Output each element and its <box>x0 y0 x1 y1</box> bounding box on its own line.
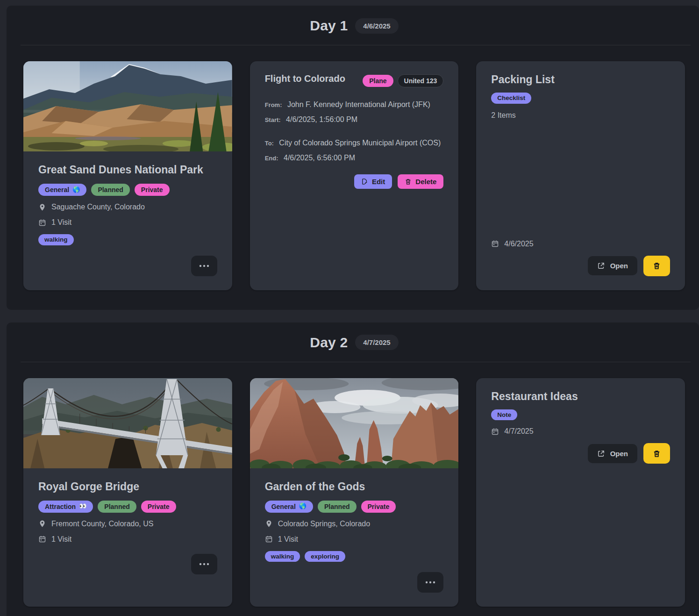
place-card-body: Great Sand Dunes National Park General🌎 … <box>23 151 232 290</box>
location-text: Colorado Springs, Colorado <box>278 520 370 528</box>
note-card-body: Restaurant Ideas Note 4/7/2025 <box>476 378 685 607</box>
day-2-cards: Royal Gorge Bridge Attraction👀 Planned P… <box>23 378 685 607</box>
from-label: From: <box>265 101 282 108</box>
location-text: Fremont County, Colorado, US <box>51 520 153 528</box>
sand-dunes-photo-art <box>23 61 232 151</box>
location-row: Saguache County, Colorado <box>38 203 217 211</box>
edit-document-icon <box>361 178 368 185</box>
start-value: 4/6/2025, 1:56:00 PM <box>286 115 357 123</box>
flight-head: Flight to Colorado Plane United 123 <box>265 73 444 87</box>
open-button[interactable]: Open <box>588 444 637 463</box>
delete-button[interactable]: Delete <box>398 174 443 189</box>
place-tags: Attraction👀 Planned Private <box>38 501 217 513</box>
checklist-date-row: 4/6/2025 <box>491 240 670 248</box>
flight-end-row: End: 4/6/2025, 6:56:00 PM <box>265 154 444 162</box>
place-tags: General🌎 Planned Private <box>38 184 217 196</box>
external-link-icon <box>597 450 605 458</box>
flight-card: Flight to Colorado Plane United 123 From… <box>250 61 459 290</box>
checklist-card-body: Packing List Checklist 2 Items 4/6/2025 <box>476 61 685 290</box>
checklist-title: Packing List <box>491 73 670 86</box>
tag-private: Private <box>135 184 170 196</box>
visits-text: 1 Visit <box>278 535 298 544</box>
end-label: End: <box>265 155 278 162</box>
royal-gorge-photo <box>23 378 232 468</box>
flight-card-body: Flight to Colorado Plane United 123 From… <box>250 61 459 290</box>
ellipsis-icon <box>425 581 435 584</box>
location-pin-icon <box>38 203 46 211</box>
activity-tag-exploring: exploring <box>305 551 345 562</box>
flight-to-row: To: City of Colorado Springs Municipal A… <box>265 139 444 147</box>
note-title: Restaurant Ideas <box>491 390 670 403</box>
activity-tag-walking: walking <box>265 551 300 562</box>
tag-planned: Planned <box>98 501 136 513</box>
trash-icon <box>653 262 661 270</box>
calendar-icon <box>265 535 273 543</box>
more-options-button[interactable] <box>191 256 217 276</box>
note-date-row: 4/7/2025 <box>491 427 670 436</box>
location-pin-icon <box>265 520 273 528</box>
globe-emoji-icon: 🌎 <box>299 503 307 510</box>
day-title: Day 1 <box>310 18 348 34</box>
calendar-icon <box>38 219 46 227</box>
end-value: 4/6/2025, 6:56:00 PM <box>284 154 355 162</box>
day-1-header: Day 1 4/6/2025 <box>23 14 685 34</box>
open-button[interactable]: Open <box>588 256 637 275</box>
note-type-tag: Note <box>491 409 517 421</box>
visits-text: 1 Visit <box>51 218 71 227</box>
start-label: Start: <box>265 116 281 123</box>
place-card-great-sand-dunes: Great Sand Dunes National Park General🌎 … <box>23 61 232 290</box>
to-value: City of Colorado Springs Municipal Airpo… <box>279 139 441 147</box>
flight-actions: Edit Delete <box>265 174 444 189</box>
flight-start-row: Start: 4/6/2025, 1:56:00 PM <box>265 115 444 124</box>
edit-button[interactable]: Edit <box>354 174 392 189</box>
itinerary-page: Day 1 4/6/2025 <box>0 0 699 616</box>
flight-pills: Plane United 123 <box>363 74 443 87</box>
visits-row: 1 Visit <box>38 535 217 544</box>
checklist-type-tag: Checklist <box>491 93 531 104</box>
sand-dunes-photo <box>23 61 232 151</box>
flight-title: Flight to Colorado <box>265 73 345 84</box>
day-2-header: Day 2 4/7/2025 <box>23 331 685 351</box>
checklist-card: Packing List Checklist 2 Items 4/6/2025 <box>476 61 685 290</box>
tag-planned: Planned <box>91 184 129 196</box>
flight-mode-tag: Plane <box>363 75 393 87</box>
calendar-icon <box>491 240 499 248</box>
note-date: 4/7/2025 <box>504 427 533 436</box>
ellipsis-icon <box>199 265 209 267</box>
garden-of-the-gods-photo <box>250 378 459 468</box>
garden-photo-art <box>250 378 459 468</box>
royal-gorge-photo-art <box>23 378 232 468</box>
checklist-actions: Open <box>491 256 670 276</box>
visits-row: 1 Visit <box>265 535 444 544</box>
day-divider <box>21 362 691 362</box>
tag-private: Private <box>361 501 396 513</box>
tag-private: Private <box>141 501 176 513</box>
day-2-section: Day 2 4/7/2025 <box>7 322 699 616</box>
note-card: Restaurant Ideas Note 4/7/2025 <box>476 378 685 607</box>
visits-text: 1 Visit <box>51 535 71 544</box>
place-title: Royal Gorge Bridge <box>38 480 217 493</box>
location-pin-icon <box>38 520 46 528</box>
trash-icon <box>653 450 661 458</box>
globe-emoji-icon: 🌎 <box>72 186 80 193</box>
day-date-badge: 4/7/2025 <box>355 335 398 350</box>
place-card-royal-gorge: Royal Gorge Bridge Attraction👀 Planned P… <box>23 378 232 607</box>
location-row: Fremont County, Colorado, US <box>38 520 217 528</box>
place-title: Great Sand Dunes National Park <box>38 164 217 176</box>
from-value: John F. Kennedy International Airport (J… <box>287 100 430 108</box>
tag-general: General🌎 <box>265 501 313 513</box>
delete-checklist-button[interactable] <box>643 256 670 276</box>
spacer <box>491 120 670 233</box>
day-divider <box>21 45 691 45</box>
spacer <box>491 464 670 593</box>
external-link-icon <box>597 262 605 270</box>
location-row: Colorado Springs, Colorado <box>265 520 444 528</box>
place-card-body: Garden of the Gods General🌎 Planned Priv… <box>250 468 459 607</box>
more-options-button[interactable] <box>417 572 443 593</box>
more-options-button[interactable] <box>191 554 217 574</box>
place-tags: General🌎 Planned Private <box>265 501 444 513</box>
eyes-emoji-icon: 👀 <box>79 503 86 510</box>
place-title: Garden of the Gods <box>265 480 444 493</box>
place-card-body: Royal Gorge Bridge Attraction👀 Planned P… <box>23 468 232 607</box>
delete-note-button[interactable] <box>643 443 670 464</box>
